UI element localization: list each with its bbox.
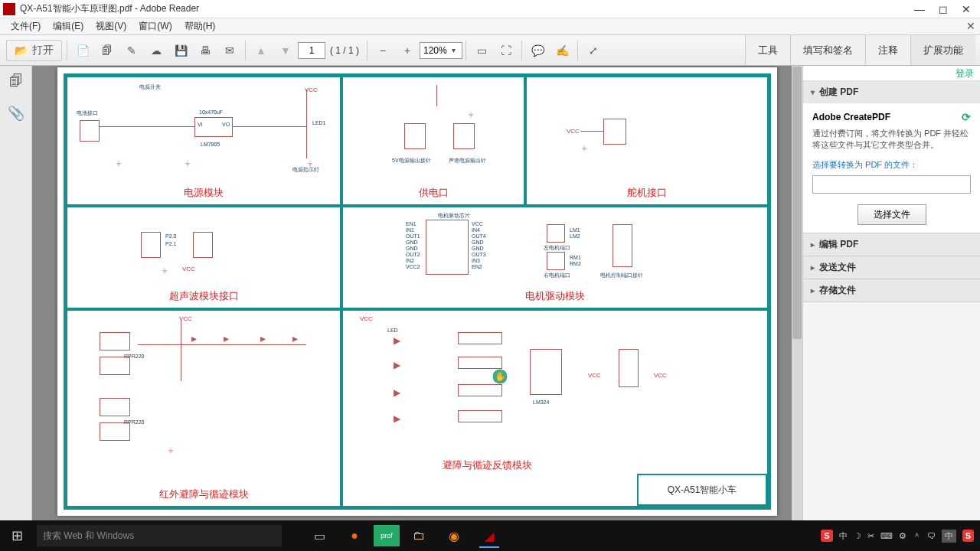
next-page-icon[interactable]: ▼ [275,40,296,61]
obstacle-module-label: 避障与循迹反馈模块 [443,457,532,474]
cell-ir-module: VCC RPR220 RPR220 ▸ ▸ ▸ ▸ [66,309,341,507]
select-file-label: 选择要转换为 PDF 的文件： [812,159,971,171]
start-button[interactable]: ⊞ [0,520,34,551]
right-side-panel: 登录 创建 PDF Adobe CreatePDF ⟳ 通过付费订阅，将文件转换… [802,66,980,520]
cell-motor-drive: 电机驱动芯片 EN1 IN1 OUT1 GND GND OUT2 IN2 VCC… [341,206,769,309]
toolbar: 📂 打开 📄 🗐 ✎ ☁ 💾 🖶 ✉ ▲ ▼ ( 1 / 1 ) − + 120… [0,35,980,66]
document-close-icon[interactable]: ✕ [966,20,975,32]
ultrasonic-port-label: 超声波模块接口 [169,288,239,305]
tab-sign[interactable]: 填写和签名 [790,35,865,65]
attachments-icon[interactable]: 📎 [7,104,25,122]
taskbar-search[interactable]: 搜索 Web 和 Windows [37,525,282,546]
tab-extend[interactable]: 扩展功能 [910,35,975,65]
ime-lang2-icon[interactable]: 中 [942,530,956,543]
ime-icon-2[interactable]: S [962,530,974,542]
pdf-page: 电源开关 VI VO LM7805 10x470uF VCC LED1 电池接口… [57,67,777,516]
ime-icon[interactable]: S [821,530,832,542]
task-app-green-icon[interactable]: prof [374,525,400,546]
supply-port-label: 供电口 [419,184,449,201]
file-path-input[interactable] [812,175,971,194]
cell-supply-port: 5V电源输出接针 声道电源输出针 供电口 [341,76,525,206]
tab-tools[interactable]: 工具 [745,35,790,65]
thumbnails-icon[interactable]: 🗐 [7,72,25,90]
menu-bar: 文件(F) 编辑(E) 视图(V) 窗口(W) 帮助(H) ✕ [0,18,980,35]
minimize-button[interactable]: — [914,3,925,15]
send-file-header[interactable]: 发送文件 [803,256,980,279]
page-number-input[interactable] [298,42,325,59]
cell-servo-port: VCC 舵机接口 [525,76,769,206]
login-link[interactable]: 登录 [956,68,974,79]
servo-port-label: 舵机接口 [627,184,667,201]
menu-edit[interactable]: 编辑(E) [47,18,90,34]
task-app-orange-icon[interactable]: ◉ [438,523,470,548]
select-file-button[interactable]: 选择文件 [858,204,926,225]
create-pdf-icon[interactable]: 📄 [72,40,93,61]
schematic-title-text: QX-A51智能小车 [668,484,737,497]
tab-comment[interactable]: 注释 [865,35,910,65]
zoom-value: 120% [423,45,447,56]
task-explorer-icon[interactable]: 🗀 [403,523,435,548]
cell-obstacle-module: VCC ▶ ▶ ▶ ▶ LED LM324 [341,309,769,507]
menu-view[interactable]: 视图(V) [90,18,132,34]
menu-help[interactable]: 帮助(H) [178,18,222,34]
speech-icon[interactable]: 🗨 [927,531,936,540]
mail-icon[interactable]: ✉ [219,40,240,61]
tool-icon[interactable]: ✂ [867,531,874,541]
zoom-select[interactable]: 120% [420,42,462,59]
app-icon [3,3,15,15]
moon-icon[interactable]: ☽ [854,531,861,541]
schematic-border: 电源开关 VI VO LM7805 10x470uF VCC LED1 电池接口… [64,73,771,510]
edit-pdf-header[interactable]: 编辑 PDF [803,233,980,256]
window-title: QX-A51智能小车原理图.pdf - Adobe Reader [20,2,914,15]
search-placeholder: 搜索 Web 和 Windows [43,530,134,543]
task-adobe-reader-icon[interactable]: ◢ [473,523,505,548]
open-label: 打开 [32,44,54,57]
read-mode-icon[interactable]: ⤢ [583,40,604,61]
cell-power-module: 电源开关 VI VO LM7805 10x470uF VCC LED1 电池接口… [66,76,341,206]
menu-file[interactable]: 文件(F) [5,18,47,34]
ime-lang-icon[interactable]: 中 [839,530,848,542]
task-firefox-icon[interactable]: ● [338,523,371,548]
save-icon[interactable]: 💾 [170,40,191,61]
create-pdf-header[interactable]: 创建 PDF [803,81,980,103]
system-tray[interactable]: S 中 ☽ ✂ ⌨ ⚙ ＾ 🗨 中 S [815,530,980,543]
windows-taskbar: ⊞ 搜索 Web 和 Windows ▭ ● prof 🗀 ◉ ◢ S 中 ☽ … [0,520,980,551]
document-viewport[interactable]: ✋ 电源开关 VI VO LM7805 10x470uF VCC [32,66,802,520]
create-pdf-title: Adobe CreatePDF [812,112,890,122]
sticky-note-icon[interactable]: 💬 [527,40,548,61]
prev-page-icon[interactable]: ▲ [250,40,272,61]
window-titlebar: QX-A51智能小车原理图.pdf - Adobe Reader — ◻ ✕ [0,0,980,18]
print-icon[interactable]: 🖶 [194,40,216,61]
zoom-out-icon[interactable]: − [372,40,394,61]
upload-icon[interactable]: ☁ [145,40,167,61]
zoom-in-icon[interactable]: + [397,40,418,61]
menu-window[interactable]: 窗口(W) [132,18,178,34]
schematic-title-block: QX-A51智能小车 [637,474,767,506]
folder-icon: 📂 [15,44,28,57]
cell-ultrasonic-port: P2.0 P2.1 VCC 超声波模块接口 [66,206,341,309]
fit-page-icon[interactable]: ▭ [471,40,492,61]
power-module-label: 电源模块 [184,184,224,201]
save-copy-icon[interactable]: 🗐 [96,40,118,61]
settings-tray-icon[interactable]: ⚙ [899,531,906,541]
close-button[interactable]: ✕ [962,3,971,15]
hand-cursor-icon: ✋ [492,368,508,385]
left-nav-rail: 🗐 📎 [0,66,32,520]
tray-chevron-icon[interactable]: ＾ [913,530,921,542]
keyboard-icon[interactable]: ⌨ [880,531,893,541]
fit-width-icon[interactable]: ⛶ [495,40,517,61]
create-pdf-desc: 通过付费订阅，将文件转换为 PDF 并轻松将这些文件与其它文件类型合并。 [812,128,971,152]
store-file-header[interactable]: 存储文件 [803,279,980,302]
open-button[interactable]: 📂 打开 [6,40,62,61]
page-count-label: ( 1 / 1 ) [330,45,359,56]
task-view-icon[interactable]: ▭ [303,523,335,548]
edit-icon[interactable]: ✎ [121,40,142,61]
highlight-icon[interactable]: ✍ [551,40,573,61]
vertical-scrollbar[interactable] [792,66,802,520]
motor-drive-label: 电机驱动模块 [525,288,585,305]
refresh-icon[interactable]: ⟳ [962,111,971,123]
maximize-button[interactable]: ◻ [939,3,948,15]
ir-module-label: 红外避障与循迹模块 [159,486,249,503]
